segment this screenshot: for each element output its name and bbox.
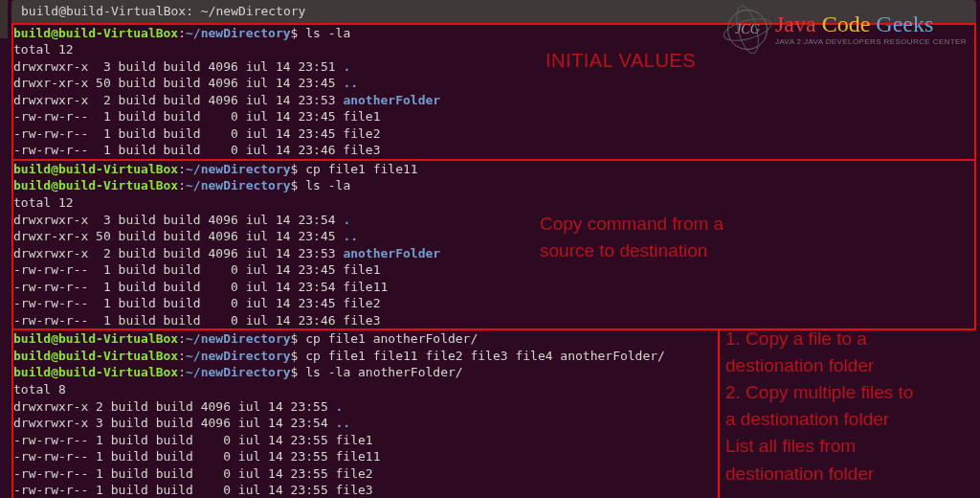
annotation-copy: Copy command from a source to destinatio… [540, 211, 724, 263]
output-row: -rw-rw-r-- 1 build build 0 iul 14 23:55 … [13, 465, 718, 483]
prompt-line[interactable]: build@build-VirtualBox:~/newDirectory$ c… [13, 330, 718, 348]
output-row: drwxrwxr-x 2 build build 4096 iul 14 23:… [13, 92, 974, 109]
prompt-path: ~/newDirectory [186, 26, 291, 40]
logo-javacodegeeks: JCG Java Code Geeks JAVA 2 JAVA DEVELOPE… [727, 10, 967, 50]
logo-badge-icon: JCG [727, 10, 768, 50]
output-row: -rw-rw-r-- 1 build build 0 iul 14 23:54 … [13, 279, 974, 296]
command-text: ls -la [298, 26, 350, 40]
output-total: total 12 [13, 194, 974, 212]
command-text: ls -la [298, 178, 350, 192]
logo-tagline: JAVA 2 JAVA DEVELOPERS RESOURCE CENTER [775, 37, 967, 48]
command-text: cp file1 file11 file2 file3 file4 anothe… [298, 349, 665, 363]
output-row: drwxr-xr-x 50 build build 4096 iul 14 23… [13, 75, 974, 92]
output-row: -rw-rw-r-- 1 build build 0 iul 14 23:45 … [13, 295, 974, 312]
output-row: drwxrwxr-x 2 build build 4096 iul 14 23:… [13, 245, 974, 262]
output-row: drwxrwxr-x 3 build build 4096 iul 14 23:… [13, 212, 974, 229]
output-row: -rw-rw-r-- 1 build build 0 iul 14 23:45 … [13, 261, 974, 279]
output-row: -rw-rw-r-- 1 build build 0 iul 14 23:55 … [13, 432, 718, 449]
logo-wordmark: Java Code Geeks [775, 12, 967, 35]
output-row: drwxrwxr-x 3 build build 4096 iul 14 23:… [13, 58, 974, 76]
section-copy-single: build@build-VirtualBox:~/newDirectory$ c… [11, 161, 976, 330]
section-copy-multiple: build@build-VirtualBox:~/newDirectory$ c… [11, 330, 720, 498]
command-text: cp file1 file11 [298, 162, 417, 176]
output-row: -rw-rw-r-- 1 build build 0 iul 14 23:45 … [13, 108, 974, 125]
prompt-line[interactable]: build@build-VirtualBox:~/newDirectory$ l… [13, 364, 718, 381]
command-text: cp file1 anotherFolder/ [298, 331, 478, 346]
annotation-initial: INITIAL VALUES [546, 48, 696, 74]
annotation-steps: 1. Copy a file to a destionation folder … [725, 326, 913, 487]
dir-dotdot: .. [343, 76, 358, 90]
output-row: -rw-rw-r-- 1 build build 0 iul 14 23:55 … [13, 448, 718, 465]
command-text: ls -la anotherFolder/ [298, 365, 462, 379]
prompt-line[interactable]: build@build-VirtualBox:~/newDirectory$ c… [13, 348, 718, 365]
output-total: total 8 [13, 381, 718, 398]
dir-dot: . [343, 59, 350, 74]
prompt-sep: : [178, 26, 186, 40]
prompt-line[interactable]: build@build-VirtualBox:~/newDirectory$ c… [13, 161, 974, 178]
dir-anotherfolder: anotherFolder [343, 93, 440, 107]
output-row: drwxrwxr-x 2 build build 4096 iul 14 23:… [13, 398, 718, 416]
launcher-strip [0, 0, 8, 498]
output-row: drwxr-xr-x 50 build build 4096 iul 14 23… [13, 228, 974, 245]
output-row: drwxrwxr-x 3 build build 4096 iul 14 23:… [13, 415, 718, 432]
prompt-user: build@build-VirtualBox [13, 26, 178, 40]
output-row: -rw-rw-r-- 1 build build 0 iul 14 23:46 … [13, 142, 974, 159]
output-row: -rw-rw-r-- 1 build build 0 iul 14 23:55 … [13, 482, 718, 498]
output-row: -rw-rw-r-- 1 build build 0 iul 14 23:45 … [13, 125, 974, 143]
prompt-line[interactable]: build@build-VirtualBox:~/newDirectory$ l… [13, 177, 974, 194]
